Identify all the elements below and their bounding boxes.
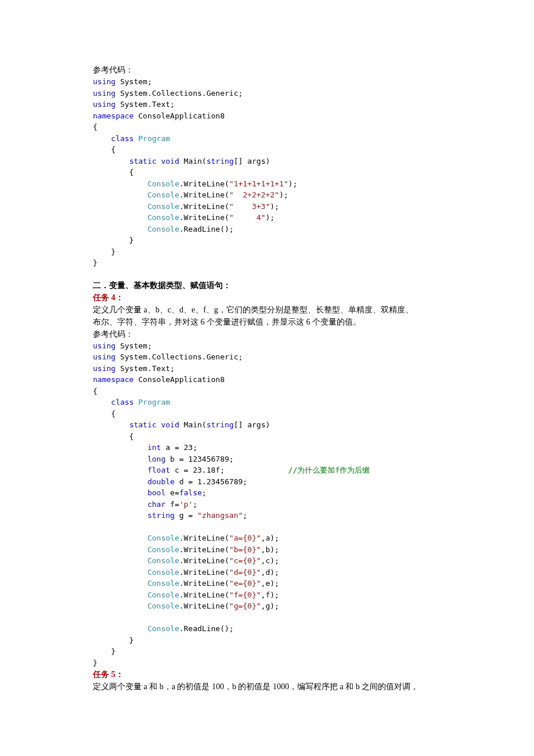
txt: ); — [270, 202, 279, 211]
kw-double: double — [147, 477, 175, 486]
type-console: Console — [147, 591, 179, 599]
txt: System.Collections.Generic; — [116, 352, 243, 361]
txt: .WriteLine( — [179, 568, 229, 577]
txt: System.Text; — [116, 364, 175, 373]
comment: //为什么要加f作为后缀 — [288, 466, 370, 474]
str: "1+1+1+1+1+1" — [229, 179, 288, 188]
txt: System.Collections.Generic; — [116, 89, 243, 98]
task-5-label: 任务 5： — [93, 668, 464, 681]
txt: ConsoleApplication8 — [134, 375, 225, 384]
type-console: Console — [147, 602, 179, 610]
kw-string: string — [147, 511, 175, 520]
txt: ; — [202, 488, 207, 497]
txt: Main( — [179, 157, 207, 165]
str: " 2+2+2+2" — [229, 190, 279, 199]
txt: g = — [175, 511, 197, 520]
txt: .WriteLine( — [179, 579, 229, 588]
code-block-1: using System; using System.Collections.G… — [93, 76, 464, 269]
kw-static: static — [129, 420, 157, 429]
type-console: Console — [147, 179, 179, 188]
kw-using: using — [93, 89, 116, 98]
kw-string: string — [207, 157, 234, 165]
type-console: Console — [147, 545, 179, 554]
type-console: Console — [147, 225, 179, 233]
str: " 4" — [229, 213, 266, 222]
section-heading-2: 二．变量、基本数据类型、赋值语句： — [93, 279, 464, 291]
document-page: 参考代码： using System; using System.Collect… — [0, 0, 534, 756]
kw-bool: bool — [147, 488, 165, 497]
txt: .WriteLine( — [179, 179, 229, 188]
txt: ,e); — [261, 579, 279, 588]
txt: .WriteLine( — [179, 213, 229, 222]
txt: a = 23; — [161, 443, 197, 452]
kw-using: using — [93, 352, 116, 361]
type-console: Console — [147, 556, 179, 565]
txt: .WriteLine( — [179, 602, 229, 610]
code-block-2: using System; using System.Collections.G… — [93, 340, 464, 669]
txt: .WriteLine( — [179, 202, 229, 211]
type-console: Console — [147, 579, 179, 588]
str: "f={0}" — [229, 591, 261, 599]
txt: .WriteLine( — [179, 545, 229, 554]
txt: ,a); — [261, 534, 279, 542]
txt: Main( — [179, 420, 207, 429]
kw-using: using — [93, 341, 116, 350]
kw-using: using — [93, 100, 116, 109]
task-5-desc: 定义两个变量 a 和 b，a 的初值是 100，b 的初值是 1000，编写程序… — [93, 681, 464, 693]
kw-char: char — [147, 500, 165, 509]
str: "b={0}" — [229, 545, 261, 554]
txt: ,f); — [261, 591, 279, 599]
kw-false: false — [179, 488, 202, 497]
txt: ; — [193, 500, 197, 509]
str: "c={0}" — [229, 556, 261, 565]
task-4-label: 任务 4： — [93, 291, 464, 304]
str: "a={0}" — [229, 534, 261, 542]
txt: ); — [288, 179, 298, 188]
str: " 3+3" — [229, 202, 270, 211]
txt: b = 123456789; — [165, 455, 233, 463]
str: "d={0}" — [229, 568, 261, 577]
type-console: Console — [147, 534, 179, 542]
txt: System; — [116, 77, 152, 86]
type-console: Console — [147, 202, 179, 211]
txt: .WriteLine( — [179, 190, 229, 199]
txt: f= — [165, 500, 179, 509]
txt: c = 23.18f; — [170, 466, 225, 474]
txt: ,c); — [261, 556, 279, 565]
kw-long: long — [147, 455, 165, 463]
txt: .ReadLine(); — [179, 225, 234, 233]
reference-code-label-2: 参考代码： — [93, 328, 464, 340]
kw-string: string — [207, 420, 234, 429]
type-console: Console — [147, 213, 179, 222]
reference-code-label-1: 参考代码： — [93, 64, 464, 76]
str: "e={0}" — [229, 579, 261, 588]
str: "zhangsan" — [197, 511, 243, 520]
kw-void: void — [161, 157, 179, 165]
txt: .WriteLine( — [179, 591, 229, 599]
kw-using: using — [93, 77, 116, 86]
task-4-desc-line-1: 定义几个变量 a、b、c、d、e、f、g，它们的类型分别是整型、长整型、单精度、… — [93, 304, 464, 316]
txt: ,d); — [261, 568, 279, 577]
type-program: Program — [138, 398, 170, 406]
kw-int: int — [147, 443, 161, 452]
type-console: Console — [147, 624, 179, 633]
txt: .WriteLine( — [179, 556, 229, 565]
str: 'p' — [179, 500, 193, 509]
kw-class: class — [111, 134, 134, 143]
str: "g={0}" — [229, 602, 261, 610]
txt: System.Text; — [116, 100, 175, 109]
txt: [] args) — [234, 157, 270, 165]
txt: .WriteLine( — [179, 534, 229, 542]
txt: .ReadLine(); — [179, 624, 234, 633]
kw-using: using — [93, 364, 116, 373]
txt: [] args) — [234, 420, 270, 429]
txt: e= — [165, 488, 179, 497]
task-4-desc-line-2: 布尔、字符、字符串，并对这 6 个变量进行赋值，并显示这 6 个变量的值。 — [93, 316, 464, 328]
txt: ,b); — [261, 545, 279, 554]
type-program: Program — [138, 134, 170, 143]
kw-namespace: namespace — [93, 375, 134, 384]
txt: ,g); — [261, 602, 279, 610]
txt: System; — [116, 341, 152, 350]
txt: ); — [265, 213, 275, 222]
kw-float: float — [147, 466, 170, 474]
